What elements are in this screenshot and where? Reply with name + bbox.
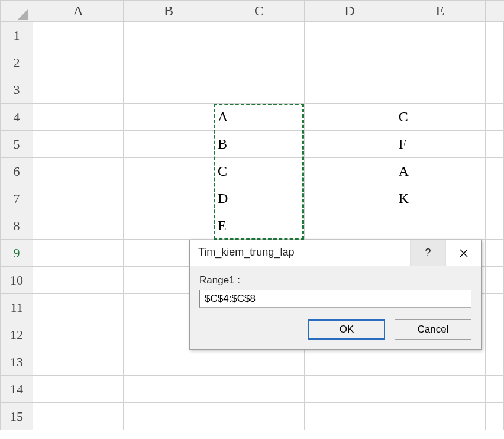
range-input[interactable]: [199, 290, 471, 308]
cell-c4[interactable]: A: [214, 104, 304, 131]
dialog-help-button[interactable]: ?: [410, 240, 445, 266]
row-header[interactable]: 2: [1, 49, 33, 76]
row-header[interactable]: 12: [1, 321, 33, 348]
cell-c8[interactable]: E: [214, 212, 304, 240]
row-header[interactable]: 7: [1, 185, 33, 212]
row-header[interactable]: 14: [1, 376, 33, 403]
dialog-title: Tim_kiem_trung_lap: [190, 240, 410, 266]
cell-e7[interactable]: K: [395, 185, 485, 212]
row-header[interactable]: 3: [1, 76, 33, 104]
row-header[interactable]: 6: [1, 158, 33, 185]
cell-c5[interactable]: B: [214, 131, 304, 158]
col-header-c[interactable]: C: [214, 1, 304, 22]
row-header[interactable]: 13: [1, 348, 33, 376]
cancel-button[interactable]: Cancel: [395, 319, 471, 340]
row-header[interactable]: 11: [1, 294, 33, 321]
cell-c7[interactable]: D: [214, 185, 304, 212]
row-header[interactable]: 15: [1, 403, 33, 430]
help-icon: ?: [425, 247, 431, 259]
row-header[interactable]: 8: [1, 212, 33, 240]
col-header-e[interactable]: E: [395, 1, 485, 22]
cell-c6[interactable]: C: [214, 158, 304, 185]
dialog-close-button[interactable]: [445, 240, 481, 266]
spreadsheet-grid[interactable]: A B C D E 1 2 3 4AC 5BF 6CA 7DK 8E 9 10 …: [0, 0, 504, 430]
select-all-corner[interactable]: [1, 1, 33, 22]
input-dialog: Tim_kiem_trung_lap ? Range1 : OK Cancel: [189, 240, 482, 350]
ok-button[interactable]: OK: [308, 319, 385, 340]
cell-e5[interactable]: F: [395, 131, 485, 158]
dialog-field-label: Range1 :: [199, 275, 471, 286]
row-header-active[interactable]: 9: [1, 240, 33, 267]
col-header-b[interactable]: B: [124, 1, 214, 22]
dialog-titlebar[interactable]: Tim_kiem_trung_lap ?: [190, 240, 481, 266]
col-header-a[interactable]: A: [33, 1, 124, 22]
row-header[interactable]: 5: [1, 131, 33, 158]
cell-e6[interactable]: A: [395, 158, 485, 185]
row-header[interactable]: 4: [1, 104, 33, 131]
col-header-overflow[interactable]: [485, 1, 503, 22]
row-header[interactable]: 1: [1, 22, 33, 49]
row-header[interactable]: 10: [1, 267, 33, 294]
close-icon: [459, 248, 469, 258]
col-header-d[interactable]: D: [304, 1, 395, 22]
cell-e4[interactable]: C: [395, 104, 485, 131]
